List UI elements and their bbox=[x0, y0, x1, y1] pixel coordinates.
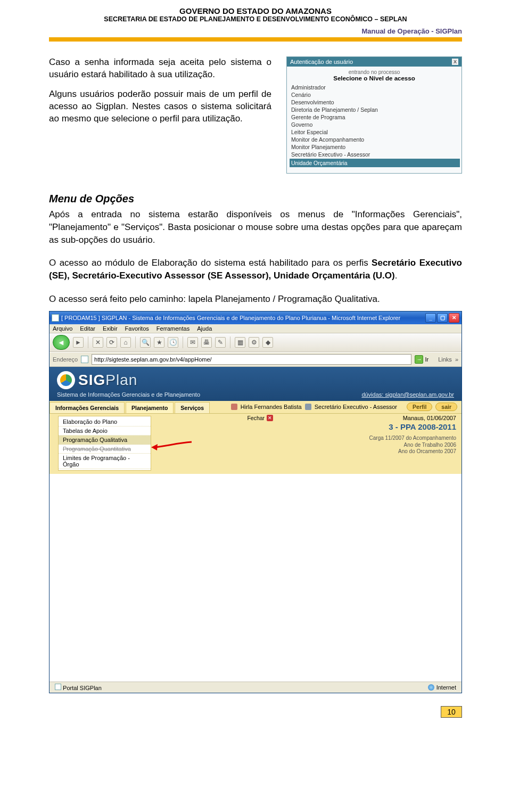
edit-button[interactable]: ✎ bbox=[215, 337, 226, 348]
auth-item[interactable]: Leitor Especial bbox=[291, 128, 458, 136]
ie-menu-ajuda[interactable]: Ajuda bbox=[197, 325, 212, 332]
ie-menubar: Arquivo Editar Exibir Favoritos Ferramen… bbox=[50, 324, 461, 333]
sigplan-subtitle: Sistema de Informações Gerenciais e de P… bbox=[57, 391, 200, 398]
ie-titlebar: [ PRODAM15 ] SIGPLAN - Sistema de Inform… bbox=[50, 311, 461, 324]
ie-statusbar: Portal SIGPlan Internet bbox=[50, 682, 461, 693]
close-button[interactable]: ✕ bbox=[449, 313, 459, 323]
manual-title: Manual de Operação - SIGPlan bbox=[49, 27, 462, 35]
status-left-text: Portal SIGPlan bbox=[63, 685, 102, 691]
ppa-label: 3 - PPA 2008-2011 bbox=[369, 422, 456, 432]
auth-sub-bold: Selecione o Nível de acesso bbox=[289, 75, 459, 81]
ie-addressbar: Endereço → Ir Links » bbox=[50, 352, 461, 367]
sigplan-logo: SIGPlan bbox=[57, 371, 137, 389]
ie-menu-favoritos[interactable]: Favoritos bbox=[125, 325, 149, 332]
auth-sub-small: entrando no processo bbox=[289, 69, 459, 75]
role-icon bbox=[305, 404, 311, 410]
mail-button[interactable]: ✉ bbox=[187, 337, 198, 348]
history-button[interactable]: 🕓 bbox=[168, 337, 178, 348]
status-left: Portal SIGPlan bbox=[55, 684, 102, 691]
auth-item[interactable]: Governo bbox=[291, 121, 458, 128]
auth-item[interactable]: Diretoria de Planejamento / Seplan bbox=[291, 106, 458, 113]
toolbar-separator bbox=[230, 337, 230, 348]
address-page-icon bbox=[81, 356, 88, 363]
auth-item[interactable]: Monitor de Acompanhamento bbox=[291, 136, 458, 143]
auth-item[interactable]: Secretário Executivo - Assessor bbox=[291, 151, 458, 158]
toolbar-extra2-button[interactable]: ⚙ bbox=[249, 337, 259, 348]
links-chevron-icon[interactable]: » bbox=[455, 356, 458, 363]
auth-item[interactable]: Cenário bbox=[291, 91, 458, 99]
submenu-tabelas-apoio[interactable]: Tabelas de Apoio bbox=[59, 426, 151, 436]
forward-button[interactable]: ► bbox=[73, 337, 84, 348]
address-input[interactable] bbox=[92, 354, 411, 365]
sair-button[interactable]: sair bbox=[435, 403, 457, 411]
address-label: Endereço bbox=[53, 356, 78, 363]
ie-window-title: [ PRODAM15 ] SIGPLAN - Sistema de Inform… bbox=[61, 315, 400, 321]
context-info: Manaus, 01/06/2007 3 - PPA 2008-2011 Car… bbox=[369, 415, 456, 455]
submenu-programacao-qualitativa[interactable]: Programação Qualitativa bbox=[59, 436, 151, 445]
auth-item[interactable]: Gerente de Programa bbox=[291, 113, 458, 121]
submenu-programacao-quantitativa[interactable]: Programação Quantitativa bbox=[59, 445, 151, 454]
user-role: Secretário Executivo - Assessor bbox=[315, 404, 397, 410]
search-button[interactable]: 🔍 bbox=[140, 337, 151, 348]
ie-menu-editar[interactable]: Editar bbox=[80, 325, 95, 332]
user-name: Hirla Fernandes Batista bbox=[241, 404, 302, 410]
user-icon bbox=[231, 404, 237, 410]
tab-planejamento[interactable]: Planejamento bbox=[126, 402, 174, 413]
perfil-button[interactable]: Perfil bbox=[407, 403, 432, 411]
orange-divider bbox=[49, 37, 462, 42]
auth-item[interactable]: Desenvolvimento bbox=[291, 99, 458, 106]
home-button[interactable]: ⌂ bbox=[120, 337, 131, 348]
tab-informacoes-gerenciais[interactable]: Informações Gerenciais bbox=[50, 402, 125, 413]
auth-dialog-subtitle: entrando no processo Selecione o Nível d… bbox=[287, 67, 461, 83]
doc-header: GOVERNO DO ESTADO DO AMAZONAS SECRETARIA… bbox=[49, 6, 462, 23]
menu-p2-a: O acesso ao módulo de Elaboração do sist… bbox=[49, 258, 372, 268]
auth-item[interactable]: Administrador bbox=[291, 84, 458, 91]
auth-dialog-titlebar: Autenticação de usuário X bbox=[287, 57, 461, 67]
toolbar-separator bbox=[135, 337, 136, 348]
ie-menu-ferramentas[interactable]: Ferramentas bbox=[156, 325, 189, 332]
red-arrow-annotation bbox=[150, 439, 193, 456]
back-button[interactable]: ◄ bbox=[53, 335, 70, 350]
print-button[interactable]: 🖶 bbox=[201, 337, 212, 348]
auth-dialog-title: Autenticação de usuário bbox=[290, 59, 353, 65]
intro-paragraph-1: Caso a senha informada seja aceita pelo … bbox=[49, 56, 271, 81]
stop-button[interactable]: ✕ bbox=[93, 337, 103, 348]
close-icon[interactable]: X bbox=[452, 59, 458, 65]
sigplan-help-email[interactable]: dúvidas: sigplan@seplan.am.gov.br bbox=[361, 391, 454, 398]
fechar-button[interactable]: Fechar ✕ bbox=[247, 415, 273, 421]
ie-toolbar: ◄ ► ✕ ⟳ ⌂ 🔍 ★ 🕓 ✉ 🖶 ✎ ▦ ⚙ ◆ bbox=[50, 333, 461, 352]
refresh-button[interactable]: ⟳ bbox=[106, 337, 117, 348]
submenu-elaboracao-plano[interactable]: Elaboração do Plano bbox=[59, 417, 151, 426]
toolbar-extra-button[interactable]: ▦ bbox=[235, 337, 245, 348]
toolbar-extra3-button[interactable]: ◆ bbox=[262, 337, 273, 348]
logo-swirl-icon bbox=[57, 371, 75, 389]
ano-orcamento-label: Ano do Orcamento 2007 bbox=[369, 448, 456, 455]
auth-item-selected[interactable]: Unidade Orçamentária bbox=[290, 159, 460, 167]
ie-page-icon bbox=[52, 314, 59, 322]
toolbar-separator bbox=[88, 337, 88, 348]
submenu-limites-programacao[interactable]: Limites de Programação - Órgão bbox=[59, 454, 151, 469]
page-icon bbox=[55, 684, 61, 690]
app-content-area bbox=[50, 474, 461, 682]
links-label[interactable]: Links bbox=[438, 356, 452, 363]
favorites-button[interactable]: ★ bbox=[154, 337, 164, 348]
secretaria-title: SECRETARIA DE ESTADO DE PLANEJAMENTO E D… bbox=[49, 15, 462, 23]
menu-paragraph-1: Após a entrada no sistema estarão dispon… bbox=[49, 208, 462, 246]
carga-label: Carga 11/2007 do Acompanhamento bbox=[369, 435, 456, 442]
auth-profile-list: Administrador Cenário Desenvolvimento Di… bbox=[287, 83, 461, 173]
tab-servicos[interactable]: Serviços bbox=[175, 402, 210, 413]
ie-menu-exibir[interactable]: Exibir bbox=[103, 325, 118, 332]
ie-window: [ PRODAM15 ] SIGPLAN - Sistema de Inform… bbox=[49, 311, 462, 693]
menu-paragraph-2: O acesso ao módulo de Elaboração do sist… bbox=[49, 257, 462, 282]
sigplan-header: SIGPlan Sistema de Informações Gerenciai… bbox=[50, 367, 461, 401]
gov-title: GOVERNO DO ESTADO DO AMAZONAS bbox=[49, 6, 462, 15]
intro-paragraph-2: Alguns usuários poderão possuir mais de … bbox=[49, 88, 271, 125]
status-right-text: Internet bbox=[436, 684, 456, 691]
minimize-button[interactable]: _ bbox=[425, 313, 436, 323]
go-button[interactable]: → bbox=[415, 355, 423, 364]
fechar-label: Fechar bbox=[247, 415, 265, 421]
toolbar-separator bbox=[183, 337, 183, 348]
auth-item[interactable]: Monitor Planejamento bbox=[291, 143, 458, 151]
maximize-button[interactable]: ▢ bbox=[437, 313, 448, 323]
ie-menu-arquivo[interactable]: Arquivo bbox=[53, 325, 72, 332]
